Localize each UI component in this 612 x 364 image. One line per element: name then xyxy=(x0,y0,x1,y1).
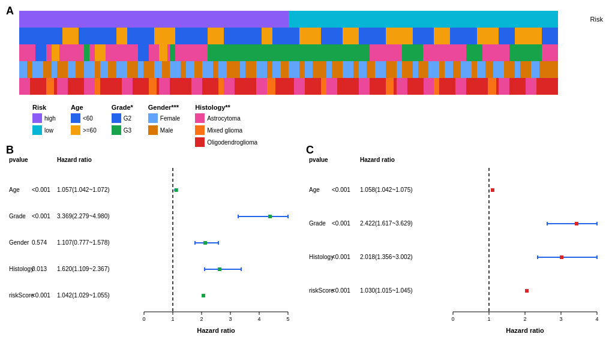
svg-text:<0.001: <0.001 xyxy=(32,186,50,193)
legend-grade: Grade* G2 G3 xyxy=(112,104,133,135)
svg-rect-36 xyxy=(268,215,272,218)
svg-text:Hazard ratio: Hazard ratio xyxy=(506,327,544,334)
legend-gender-female-swatch xyxy=(148,113,158,123)
svg-text:2: 2 xyxy=(200,316,203,322)
legend-risk-high: high xyxy=(32,113,56,123)
legend-age-title: Age xyxy=(71,104,97,111)
svg-text:3.369(2.279~4.980): 3.369(2.279~4.980) xyxy=(57,213,110,219)
risk-row: Risk xyxy=(19,11,558,28)
panel-b-forest: pvalue Hazard ratio Age Grade Gender His… xyxy=(6,144,300,357)
legend-grade-g3-label: G3 xyxy=(124,127,131,134)
svg-rect-79 xyxy=(575,222,578,225)
legend-age-lt60-swatch xyxy=(71,113,80,123)
legend-age-gte60-swatch xyxy=(71,125,80,135)
panel-c-forest: pvalue Hazard ratio Age Grade Histology … xyxy=(306,144,606,357)
svg-rect-85 xyxy=(525,289,529,293)
svg-rect-46 xyxy=(202,294,205,297)
legend-age: Age <60 >=60 xyxy=(71,104,97,135)
svg-text:Age: Age xyxy=(9,186,20,193)
legend-gender-male-swatch xyxy=(148,125,158,135)
legend-risk-title: Risk xyxy=(32,104,56,111)
legend-gender-title: Gender*** xyxy=(148,104,180,111)
legend-area: Risk high low Age <60 xyxy=(32,104,257,147)
panel-c: C pvalue Hazard ratio Age Grade Histolog… xyxy=(306,144,606,357)
svg-text:1.107(0.777~1.578): 1.107(0.777~1.578) xyxy=(57,239,110,246)
svg-text:<0.001: <0.001 xyxy=(332,254,350,260)
figure-container: A Risk Age xyxy=(0,0,612,364)
svg-text:3: 3 xyxy=(559,316,562,322)
svg-text:pvalue: pvalue xyxy=(309,157,328,163)
svg-text:pvalue: pvalue xyxy=(9,157,28,163)
panel-a: A Risk Age xyxy=(6,5,606,143)
panel-b: B pvalue Hazard ratio Age Grade Gender H… xyxy=(6,144,300,357)
svg-text:<0.001: <0.001 xyxy=(32,292,50,299)
legend-gender-male: Male xyxy=(148,125,180,135)
svg-rect-44 xyxy=(218,267,221,271)
histology-row: Histology** xyxy=(19,78,558,95)
legend-grade-g3-swatch xyxy=(112,125,121,135)
legend-grade-g2-label: G2 xyxy=(124,115,131,122)
svg-text:riskScore: riskScore xyxy=(309,287,334,294)
legend-risk-high-label: high xyxy=(44,115,56,122)
heatmap-area: Risk Age xyxy=(19,11,558,95)
svg-text:0.574: 0.574 xyxy=(32,239,47,246)
legend-risk-high-swatch xyxy=(32,113,42,123)
svg-text:0.013: 0.013 xyxy=(32,266,47,272)
gender-row: Gender*** xyxy=(19,61,558,78)
legend-grade-g2-swatch xyxy=(112,113,121,123)
svg-text:Hazard ratio: Hazard ratio xyxy=(360,157,395,163)
legend-gender: Gender*** Female Male xyxy=(148,104,180,135)
svg-text:1.042(1.029~1.055): 1.042(1.029~1.055) xyxy=(57,292,110,299)
svg-text:1.030(1.015~1.045): 1.030(1.015~1.045) xyxy=(360,287,413,294)
svg-text:Histology: Histology xyxy=(9,266,34,272)
legend-histology-mixed-label: Mixed glioma xyxy=(207,127,242,134)
svg-text:Grade: Grade xyxy=(9,213,26,219)
svg-text:1.058(1.042~1.075): 1.058(1.042~1.075) xyxy=(360,186,413,193)
legend-risk: Risk high low xyxy=(32,104,56,135)
svg-text:1: 1 xyxy=(487,316,490,322)
legend-age-gte60-label: >=60 xyxy=(83,127,97,134)
legend-histology-title: Histology** xyxy=(195,104,257,111)
legend-grade-g3: G3 xyxy=(112,125,133,135)
svg-text:Hazard ratio: Hazard ratio xyxy=(57,157,92,163)
svg-text:0: 0 xyxy=(451,316,454,322)
svg-text:<0.001: <0.001 xyxy=(332,220,350,227)
legend-age-lt60-label: <60 xyxy=(83,115,93,122)
svg-text:<0.001: <0.001 xyxy=(332,287,350,294)
legend-risk-low-label: low xyxy=(44,127,53,134)
svg-text:0: 0 xyxy=(142,316,145,322)
legend-gender-female-label: Female xyxy=(160,115,180,122)
svg-rect-40 xyxy=(203,241,207,245)
legend-histology-astro: Astrocytoma xyxy=(195,113,257,123)
legend-grade-title: Grade* xyxy=(112,104,133,111)
svg-text:Histology: Histology xyxy=(309,254,334,260)
svg-text:Grade: Grade xyxy=(309,220,326,227)
svg-text:5: 5 xyxy=(286,316,289,322)
legend-age-gte60: >=60 xyxy=(71,125,97,135)
svg-text:1: 1 xyxy=(171,316,174,322)
svg-text:2.422(1.617~3.629): 2.422(1.617~3.629) xyxy=(360,220,413,227)
svg-text:<0.001: <0.001 xyxy=(32,213,50,219)
age-row: Age xyxy=(19,28,558,44)
legend-histology-astro-label: Astrocytoma xyxy=(207,115,241,122)
svg-text:riskScore: riskScore xyxy=(9,292,34,299)
legend-histology-mixed-swatch xyxy=(195,125,205,135)
legend-histology-astro-swatch xyxy=(195,113,205,123)
grade-row: Grade* xyxy=(19,44,558,61)
svg-text:2.018(1.356~3.002): 2.018(1.356~3.002) xyxy=(360,254,413,260)
legend-gender-male-label: Male xyxy=(160,127,173,134)
legend-risk-low: low xyxy=(32,125,56,135)
svg-text:Age: Age xyxy=(309,186,320,193)
svg-text:Hazard ratio: Hazard ratio xyxy=(197,327,235,334)
svg-text:1.620(1.109~2.367): 1.620(1.109~2.367) xyxy=(57,266,110,272)
legend-risk-low-swatch xyxy=(32,125,42,135)
legend-histology-mixed: Mixed glioma xyxy=(195,125,257,135)
svg-text:1.057(1.042~1.072): 1.057(1.042~1.072) xyxy=(57,186,110,193)
svg-text:2: 2 xyxy=(523,316,526,322)
panel-a-label: A xyxy=(6,5,14,17)
svg-rect-75 xyxy=(491,188,494,192)
svg-rect-83 xyxy=(560,255,563,259)
svg-text:4: 4 xyxy=(257,316,260,322)
svg-text:3: 3 xyxy=(229,316,232,322)
legend-gender-female: Female xyxy=(148,113,180,123)
